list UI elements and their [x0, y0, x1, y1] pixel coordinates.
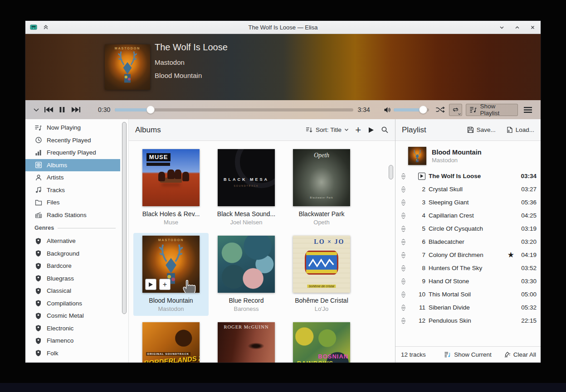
- album-cover[interactable]: MASTODON+: [142, 236, 200, 293]
- track-number: 7: [410, 252, 425, 258]
- album-art-blood: MASTODON: [105, 44, 150, 90]
- drag-handle-icon[interactable]: [400, 173, 407, 180]
- albums-scroll-thumb[interactable]: [389, 165, 393, 179]
- sidebar-genre-folk[interactable]: Folk: [25, 347, 120, 360]
- album-card-blue-record[interactable]: Blue RecordBaroness: [209, 233, 284, 316]
- track-duration: 04:25: [517, 212, 537, 219]
- drag-handle-icon[interactable]: [400, 317, 407, 324]
- sidebar-genre-alternative[interactable]: Alternative: [25, 235, 120, 247]
- add-button[interactable]: +: [355, 125, 361, 135]
- sidebar-genre-cosmic-metal[interactable]: Cosmic Metal: [25, 310, 120, 322]
- star-icon[interactable]: ★: [507, 251, 514, 259]
- sidebar-scroll-thumb[interactable]: [122, 122, 127, 314]
- album-cover[interactable]: ORIGINAL SOUNDTRACKBORDERLANDS 2: [142, 322, 200, 363]
- album-card[interactable]: ROGER McGUINN: [209, 319, 284, 363]
- playlist-track-row[interactable]: 3Sleeping Giant05:36: [395, 196, 541, 209]
- minimize-icon[interactable]: [498, 24, 505, 31]
- sidebar-genre-classical[interactable]: Classical: [25, 285, 120, 297]
- progress-handle[interactable]: [146, 106, 155, 114]
- album-cover[interactable]: BOSNIANRAINBOWS: [293, 322, 350, 363]
- drag-handle-icon[interactable]: [400, 265, 407, 272]
- playlist-album-art: [408, 147, 426, 165]
- sidebar-item-radio-stations[interactable]: Radio Stations: [25, 209, 120, 222]
- album-card-black-mesa-sound-[interactable]: BLACK MESASOUNDTRACKBlack Mesa Sound...J…: [209, 146, 284, 229]
- sidebar-genre-flamenco[interactable]: Flamenco: [25, 334, 120, 347]
- album-card-blackwater-park[interactable]: OpethBlackwater ParkBlackwater ParkOpeth: [284, 146, 359, 229]
- sidebar-item-tracks[interactable]: Tracks: [25, 184, 120, 197]
- elapsed-time: 0:30: [93, 106, 115, 113]
- album-cover[interactable]: [218, 236, 275, 293]
- sidebar-genre-background[interactable]: Background: [25, 247, 120, 260]
- volume-icon[interactable]: [381, 106, 394, 113]
- drag-handle-icon[interactable]: [400, 212, 407, 219]
- drag-handle-icon[interactable]: [400, 186, 407, 193]
- playlist-track-row[interactable]: 8Hunters Of The Sky03:52: [395, 261, 541, 275]
- volume-slider[interactable]: [394, 108, 429, 111]
- playlist-track-row[interactable]: 7Colony Of Birchmen★04:19: [395, 248, 541, 261]
- sidebar-scrollbar[interactable]: [120, 119, 128, 363]
- playlist-track-row[interactable]: 5Circle Of Cysquatch03:19: [395, 222, 541, 235]
- repeat-button[interactable]: [449, 104, 462, 116]
- clear-all-button[interactable]: Clear All: [503, 351, 536, 358]
- drag-handle-icon[interactable]: [400, 238, 407, 246]
- save-playlist-button[interactable]: Save...: [467, 126, 496, 133]
- album-card-black-holes-rev-[interactable]: MUSEBlack Holes & Rev...Muse: [133, 146, 209, 229]
- drag-handle-icon[interactable]: [400, 225, 407, 232]
- album-card[interactable]: ORIGINAL SOUNDTRACKBORDERLANDS 2: [133, 319, 209, 363]
- drag-handle-icon[interactable]: [400, 199, 407, 206]
- album-cover[interactable]: OpethBlackwater Park: [293, 149, 350, 206]
- play-all-button[interactable]: [367, 126, 375, 134]
- sidebar-item-recently-played[interactable]: Recently Played: [25, 134, 120, 147]
- sidebar-item-now-playing[interactable]: Now Playing: [25, 121, 120, 134]
- show-current-button[interactable]: Show Current: [444, 351, 492, 358]
- album-cover[interactable]: LO × JObohême de cristal: [293, 236, 350, 293]
- album-cover[interactable]: BLACK MESASOUNDTRACK: [218, 149, 275, 206]
- sidebar-item-frequently-played[interactable]: Frequently Played: [25, 146, 120, 159]
- sidebar-genre-bardcore[interactable]: Bardcore: [25, 260, 120, 272]
- sort-button[interactable]: Sort: Title: [306, 126, 349, 133]
- playlist-track-row[interactable]: 2Crystal Skull03:27: [395, 183, 541, 196]
- play-album-button[interactable]: [145, 279, 156, 290]
- load-playlist-button[interactable]: Load...: [507, 126, 534, 133]
- sidebar-item-artists[interactable]: Artists: [25, 171, 120, 184]
- album-card[interactable]: BOSNIANRAINBOWS: [284, 319, 359, 363]
- show-playlist-button[interactable]: Show Playlist: [466, 104, 517, 116]
- repeat-menu-caret[interactable]: [458, 113, 461, 116]
- maximize-icon[interactable]: [513, 24, 521, 31]
- album-cover[interactable]: MUSE: [142, 149, 200, 206]
- album-card-boh-me-de-cristal[interactable]: LO × JObohême de cristalBohême De Crista…: [284, 233, 359, 316]
- titlebar[interactable]: The Wolf Is Loose — Elisa: [25, 21, 541, 34]
- progress-slider[interactable]: [115, 108, 353, 111]
- close-icon[interactable]: [529, 24, 536, 31]
- playlist-track-row[interactable]: 10This Mortal Soil05:00: [395, 288, 541, 301]
- drag-handle-icon[interactable]: [400, 291, 407, 298]
- playlist-track-row[interactable]: 9Hand Of Stone03:30: [395, 275, 541, 288]
- shuffle-icon[interactable]: [432, 106, 449, 113]
- sidebar-genre-compilations[interactable]: Compilations: [25, 297, 120, 310]
- search-icon[interactable]: [381, 126, 389, 134]
- collapse-player-icon[interactable]: [31, 106, 42, 113]
- collapse-header-icon[interactable]: [43, 24, 49, 30]
- drag-handle-icon[interactable]: [400, 252, 407, 259]
- skip-forward-button[interactable]: [69, 106, 83, 113]
- sidebar-genre-electronic[interactable]: Electronic: [25, 322, 120, 335]
- menu-icon[interactable]: [521, 106, 535, 113]
- album-cover[interactable]: ROGER McGUINN: [218, 322, 275, 363]
- playlist-track-row[interactable]: The Wolf Is Loose03:34: [395, 169, 541, 183]
- drag-handle-icon[interactable]: [400, 304, 407, 311]
- add-album-button[interactable]: +: [159, 279, 171, 290]
- playlist-track-row[interactable]: 12Pendulous Skin22:15: [395, 314, 541, 327]
- sidebar-item-files[interactable]: Files: [25, 196, 120, 209]
- playlist-track-row[interactable]: 6Bladecatcher03:20: [395, 235, 541, 248]
- volume-handle[interactable]: [419, 106, 427, 114]
- genre-label: Background: [47, 250, 79, 257]
- playlist-track-row[interactable]: 11Siberian Divide05:32: [395, 301, 541, 314]
- sidebar-genre-bluegrass[interactable]: Bluegrass: [25, 272, 120, 285]
- playlist-track-row[interactable]: 4Capillarian Crest04:25: [395, 209, 541, 222]
- sidebar-item-albums[interactable]: Albums: [25, 159, 120, 172]
- pause-button[interactable]: [56, 106, 69, 113]
- albums-scrollbar[interactable]: [388, 141, 394, 363]
- skip-backward-button[interactable]: [42, 106, 56, 113]
- drag-handle-icon[interactable]: [400, 278, 407, 285]
- album-card-blood-mountain[interactable]: MASTODON+Blood MountainMastodon: [133, 233, 209, 316]
